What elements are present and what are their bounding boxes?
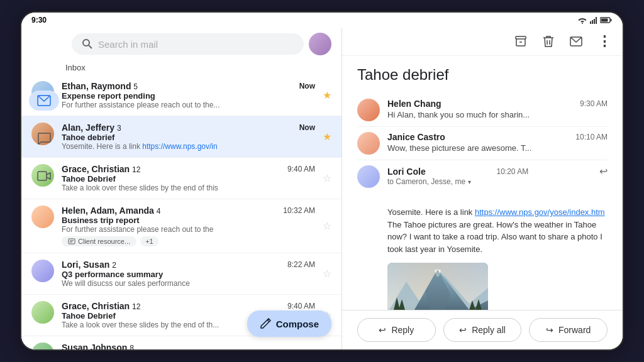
email-item-1[interactable]: Ethan, Raymond 5 Now Expense report pend…	[21, 75, 341, 116]
star-7[interactable]: ☆	[323, 348, 331, 350]
preview-1: For further assistance please reach out …	[62, 101, 315, 109]
svg-line-11	[89, 45, 92, 48]
reply-bar: ↩ Reply ↩ Reply all ↪ Forward	[342, 310, 623, 349]
reply-all-icon: ↩	[459, 325, 467, 335]
status-time: 9:30	[31, 16, 47, 25]
msg-info-lori: Lori Cole 10:20 AM ↩ to Cameron, Jesse, …	[387, 165, 608, 191]
star-1[interactable]: ★	[323, 89, 331, 101]
email-body-7: Susan Johnson 8 Tahoe Debrief	[62, 343, 315, 349]
delete-button[interactable]	[540, 33, 557, 50]
avatar-helen-msg	[357, 99, 380, 121]
subject-4: Business trip report	[62, 216, 315, 225]
email-item-3[interactable]: Grace, Christian 12 9:40 AM Tahoe Debrie…	[21, 158, 341, 199]
search-icon	[82, 38, 93, 50]
msg-time-janice: 10:10 AM	[575, 133, 608, 141]
star-4[interactable]: ☆	[323, 220, 331, 232]
avatar-janice-msg	[357, 132, 380, 155]
mail-button[interactable]	[567, 33, 585, 50]
thread-title: Tahoe debrief	[357, 66, 608, 84]
compose-button[interactable]: Compose	[247, 310, 331, 337]
nps-link[interactable]: https://www.nps.gov/yose/index.htm	[475, 207, 605, 217]
reply-arrow[interactable]: ↩	[599, 165, 608, 177]
svg-rect-12	[69, 239, 75, 244]
msg-time-helen: 9:30 AM	[580, 99, 608, 108]
signal-icon	[590, 16, 597, 24]
left-panel: Search in mail Inbox Ethan, Raymond 5 No…	[21, 28, 342, 349]
status-icons	[577, 16, 613, 24]
forward-button[interactable]: ↪ Forward	[529, 318, 608, 342]
search-bar: Search in mail	[21, 28, 341, 60]
time-5: 8:22 AM	[287, 260, 315, 269]
chip-row-4: Client resource... +1	[62, 236, 315, 246]
svg-rect-9	[38, 172, 47, 180]
preview-2: Yosemite. Here is a link https://www.nps…	[62, 142, 315, 151]
msg-info-janice: Janice Castro 10:10 AM Wow, these pictur…	[387, 132, 608, 153]
message-lori: Lori Cole 10:20 AM ↩ to Cameron, Jesse, …	[357, 160, 608, 310]
main-content: Search in mail Inbox Ethan, Raymond 5 No…	[21, 28, 623, 349]
svg-rect-1	[590, 21, 591, 24]
photo-thumbnail[interactable]	[387, 263, 488, 310]
preview-3: Take a look over these slides by the end…	[62, 184, 315, 192]
search-placeholder: Search in mail	[98, 39, 158, 50]
right-panel: ⋮ Tahoe debrief Helen Chang 9:30 AM Hi A…	[342, 28, 623, 349]
msg-preview-janice: Wow, these picturese are awesome. T...	[387, 143, 608, 153]
email-body-5: Lori, Susan 2 8:22 AM Q3 performance sum…	[62, 260, 315, 288]
compose-icon	[260, 318, 271, 329]
forward-icon: ↪	[546, 325, 553, 335]
svg-rect-6	[611, 19, 612, 21]
nav-chat[interactable]	[29, 128, 59, 148]
preview-5: We will disucss our sales performance	[62, 279, 315, 288]
nav-mail[interactable]	[29, 90, 59, 111]
svg-line-15	[267, 320, 269, 322]
sender-2: Alan, Jeffery 3	[62, 123, 121, 133]
wifi-icon	[577, 16, 587, 24]
user-avatar[interactable]	[309, 33, 331, 55]
avatar-lori-msg	[357, 165, 380, 188]
archive-button[interactable]	[512, 33, 530, 50]
time-2: Now	[299, 123, 315, 132]
star-3[interactable]: ☆	[323, 172, 331, 184]
email-item-5[interactable]: Lori, Susan 2 8:22 AM Q3 performance sum…	[21, 253, 341, 295]
svg-rect-2	[592, 20, 593, 24]
time-3: 9:40 AM	[287, 165, 315, 173]
msg-sender-janice: Janice Castro	[387, 132, 445, 142]
email-body-2: Alan, Jeffery 3 Now Tahoe debrief Yosemi…	[62, 123, 315, 151]
chip-plus[interactable]: +1	[140, 236, 158, 246]
msg-sender-helen: Helen Chang	[387, 99, 441, 109]
expanded-message: Yosemite. Here is a link https://www.nps…	[357, 199, 608, 310]
sender-7: Susan Johnson 8	[62, 343, 134, 349]
reply-all-label: Reply all	[472, 325, 506, 335]
email-body-4: Helen, Adam, Amanda 4 10:32 AM Business …	[62, 206, 315, 246]
email-item-7[interactable]: Susan Johnson 8 Tahoe Debrief ☆	[21, 336, 341, 349]
svg-point-0	[582, 23, 583, 24]
email-item-2[interactable]: Alan, Jeffery 3 Now Tahoe debrief Yosemi…	[21, 116, 341, 158]
time-6: 9:40 AM	[287, 302, 315, 310]
email-body-1: Ethan, Raymond 5 Now Expense report pend…	[62, 81, 315, 109]
subject-1: Expense report pending	[62, 91, 315, 101]
time-4: 10:32 AM	[283, 206, 315, 215]
message-helen: Helen Chang 9:30 AM Hi Alan, thank you s…	[357, 94, 608, 127]
forward-label: Forward	[558, 325, 591, 335]
star-5[interactable]: ☆	[323, 268, 331, 280]
email-item-4[interactable]: Helen, Adam, Amanda 4 10:32 AM Business …	[21, 199, 341, 253]
reply-all-button[interactable]: ↩ Reply all	[443, 318, 522, 342]
msg-time-lori: 10:20 AM	[496, 167, 528, 176]
to-chevron[interactable]: ▾	[468, 178, 471, 185]
device-frame: 9:30	[20, 11, 624, 351]
sender-3: Grace, Christian 12	[62, 164, 140, 174]
sender-1: Ethan, Raymond 5	[62, 81, 138, 91]
star-2[interactable]: ★	[323, 131, 331, 143]
msg-info-helen: Helen Chang 9:30 AM Hi Alan, thank you s…	[387, 99, 608, 119]
svg-point-10	[83, 40, 89, 46]
reply-label: Reply	[391, 325, 414, 335]
more-options-button[interactable]: ⋮	[595, 33, 613, 50]
search-wrapper[interactable]: Search in mail	[72, 33, 304, 55]
mountain-svg	[387, 263, 488, 310]
chip-resource[interactable]: Client resource...	[62, 236, 136, 246]
reply-button[interactable]: ↩ Reply	[357, 318, 436, 342]
right-toolbar: ⋮	[342, 28, 623, 56]
subject-3: Tahoe Debrief	[62, 174, 315, 184]
status-bar: 9:30	[21, 13, 623, 28]
compose-label: Compose	[276, 319, 319, 329]
nav-video[interactable]	[29, 166, 59, 186]
